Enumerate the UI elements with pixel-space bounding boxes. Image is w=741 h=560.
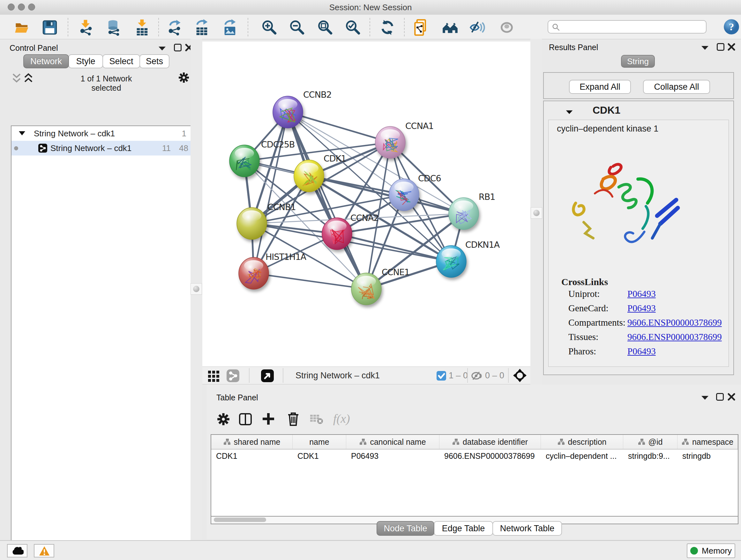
tab-style[interactable]: Style xyxy=(68,54,103,68)
table-cell[interactable]: P06493 xyxy=(346,449,440,462)
right-splitter-handle[interactable] xyxy=(531,207,542,219)
network-options-gear-icon[interactable] xyxy=(179,72,189,83)
warnings-button[interactable] xyxy=(34,544,54,557)
zoom-selected-icon[interactable] xyxy=(345,19,361,36)
network-node-CDC25B[interactable] xyxy=(229,145,259,177)
right-splitter[interactable] xyxy=(530,39,542,389)
show-hide-graphics-icon[interactable] xyxy=(469,19,486,36)
panel-float-icon[interactable] xyxy=(174,44,182,51)
network-node-CDC6[interactable] xyxy=(389,179,419,211)
crosslink-link[interactable]: 9606.ENSP00000378699 xyxy=(627,332,722,342)
network-node-CDKN1A[interactable] xyxy=(436,246,466,277)
tab-edge-table[interactable]: Edge Table xyxy=(434,521,493,536)
grid-view-icon[interactable] xyxy=(207,369,220,382)
network-node-CCNB2[interactable] xyxy=(273,96,303,128)
network-node-CCNE1[interactable] xyxy=(351,273,381,305)
refresh-icon[interactable] xyxy=(379,19,396,36)
control-panel-title: Control Panel xyxy=(10,44,58,53)
network-node-HIST1H1A[interactable] xyxy=(239,257,269,289)
show-columns-icon[interactable] xyxy=(239,413,252,426)
network-snapshot-icon[interactable] xyxy=(414,19,430,36)
selected-checkbox-icon[interactable] xyxy=(436,371,446,381)
export-image-icon[interactable] xyxy=(222,19,239,36)
help-icon[interactable]: ? xyxy=(723,18,740,35)
scrollbar-thumb[interactable] xyxy=(214,517,266,522)
tab-string[interactable]: String xyxy=(621,55,655,68)
column-header-canonical-name[interactable]: canonical name xyxy=(346,435,440,449)
home-networks-icon[interactable] xyxy=(442,19,458,36)
export-network-icon[interactable] xyxy=(166,19,183,36)
zoom-out-icon[interactable] xyxy=(289,19,306,36)
network-node-CCNB1[interactable] xyxy=(237,207,267,240)
network-edge[interactable] xyxy=(254,112,288,273)
crosslink-link[interactable]: P06493 xyxy=(627,289,656,299)
panel-float-icon[interactable] xyxy=(717,43,724,51)
birdseye-view-icon[interactable] xyxy=(261,369,274,382)
table-cell[interactable]: stringdb xyxy=(677,449,738,462)
import-network-icon[interactable] xyxy=(77,19,94,36)
network-node-CDK1[interactable] xyxy=(294,160,324,192)
open-session-icon[interactable] xyxy=(14,19,30,36)
column-header-name[interactable]: name xyxy=(293,435,346,449)
table-row[interactable]: CDK1CDK1P064939606.ENSP00000378699cyclin… xyxy=(211,449,738,462)
entry-expander-icon[interactable] xyxy=(565,109,574,115)
network-edge[interactable] xyxy=(288,112,390,142)
column-header-namespace[interactable]: namespace xyxy=(677,435,738,449)
panel-float-icon[interactable] xyxy=(716,393,724,401)
tab-network-table[interactable]: Network Table xyxy=(492,521,562,536)
collapse-all-networks-icon[interactable] xyxy=(12,73,21,84)
add-column-icon[interactable] xyxy=(262,412,275,426)
crosshair-icon[interactable] xyxy=(513,369,527,382)
column-header-description[interactable]: description xyxy=(541,435,623,449)
expand-all-button[interactable]: Expand All xyxy=(569,80,631,94)
panel-menu-icon[interactable] xyxy=(701,395,709,400)
crosslink-link[interactable]: P06493 xyxy=(627,303,656,314)
network-node-RB1[interactable] xyxy=(449,198,479,230)
column-header-database-identifier[interactable]: database identifier xyxy=(440,435,541,449)
import-table-icon[interactable] xyxy=(134,19,151,36)
cloud-button[interactable] xyxy=(7,544,27,557)
network-node-CCNA1[interactable] xyxy=(375,126,405,159)
table-cell[interactable]: CDK1 xyxy=(211,449,293,462)
column-header-shared-name[interactable]: shared name xyxy=(211,435,293,449)
network-edge[interactable] xyxy=(254,273,366,289)
panel-menu-icon[interactable] xyxy=(701,45,709,51)
network-share-icon[interactable] xyxy=(226,369,239,382)
zoom-in-icon[interactable] xyxy=(261,19,278,36)
panel-close-icon[interactable] xyxy=(728,393,735,401)
zoom-fit-icon[interactable] xyxy=(317,19,333,36)
collapse-all-button[interactable]: Collapse All xyxy=(643,80,710,94)
search-field[interactable] xyxy=(548,20,706,34)
tab-select[interactable]: Select xyxy=(103,54,140,68)
network-collection-row[interactable]: String Network – cdk1 1 xyxy=(11,126,192,141)
network-edge[interactable] xyxy=(288,112,366,289)
network-row[interactable]: String Network – cdk1 11 48 xyxy=(11,141,192,155)
network-node-CCNA2[interactable] xyxy=(322,218,352,250)
tab-network[interactable]: Network xyxy=(23,54,69,68)
column-header-@id[interactable]: @id xyxy=(623,435,677,449)
panel-menu-icon[interactable] xyxy=(158,45,166,51)
network-row-label: String Network – cdk1 xyxy=(51,141,131,155)
table-cell[interactable]: cyclin–dependent ... xyxy=(541,449,623,462)
panel-close-icon[interactable] xyxy=(728,43,735,51)
save-session-icon[interactable] xyxy=(42,19,58,36)
import-database-icon[interactable] xyxy=(105,19,122,36)
expand-all-networks-icon[interactable] xyxy=(23,73,33,84)
left-splitter-handle[interactable] xyxy=(191,283,202,295)
left-splitter[interactable] xyxy=(191,39,202,540)
node-label-CCNB1: CCNB1 xyxy=(267,202,296,212)
delete-column-icon[interactable] xyxy=(287,412,299,426)
tab-node-table[interactable]: Node Table xyxy=(377,521,434,536)
collection-expander-icon[interactable] xyxy=(18,131,25,136)
crosslink-link[interactable]: 9606.ENSP00000378699 xyxy=(627,317,722,328)
network-canvas[interactable]: CCNB2CCNA1CDC25BCDK1CDC6RB1CCNB1CCNA2CDK… xyxy=(202,42,530,367)
table-cell[interactable]: stringdb:9... xyxy=(623,449,677,462)
table-cell[interactable]: 9606.ENSP00000378699 xyxy=(440,449,541,462)
export-table-icon[interactable] xyxy=(194,19,210,36)
crosslink-link[interactable]: P06493 xyxy=(627,346,656,357)
table-settings-gear-icon[interactable] xyxy=(217,413,230,426)
memory-button[interactable]: Memory xyxy=(687,543,735,558)
tab-sets[interactable]: Sets xyxy=(139,54,170,68)
search-input[interactable] xyxy=(563,21,704,33)
table-cell[interactable]: CDK1 xyxy=(293,449,346,462)
